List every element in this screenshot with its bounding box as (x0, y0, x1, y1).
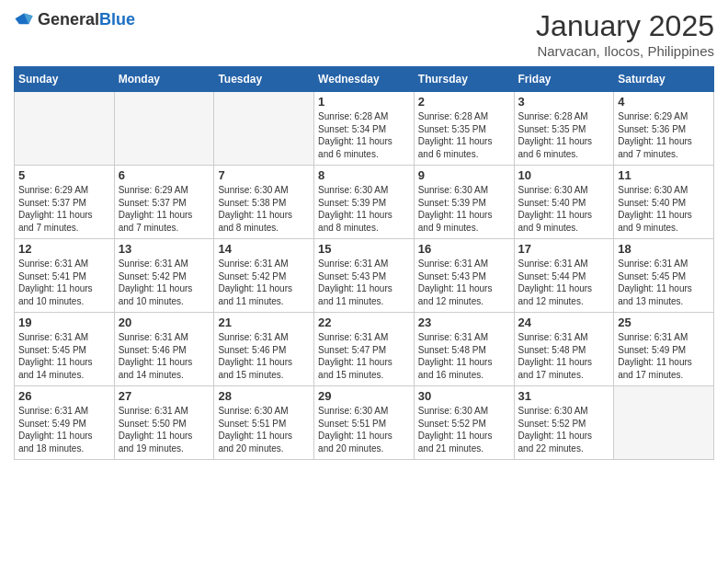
weekday-header-thursday: Thursday (414, 67, 514, 92)
cell-text: Sunrise: 6:30 AMSunset: 5:40 PMDaylight:… (618, 184, 710, 234)
day-number: 26 (18, 389, 110, 403)
day-number: 6 (119, 168, 210, 182)
cell-text: Sunrise: 6:30 AMSunset: 5:40 PMDaylight:… (518, 184, 610, 234)
day-number: 22 (318, 316, 410, 329)
calendar-cell: 2Sunrise: 6:28 AMSunset: 5:35 PMDaylight… (414, 92, 514, 166)
calendar-cell (214, 92, 314, 166)
weekday-header-monday: Monday (114, 67, 214, 92)
day-number: 20 (119, 316, 210, 329)
day-number: 24 (518, 316, 610, 329)
cell-text: Sunrise: 6:31 AMSunset: 5:42 PMDaylight:… (119, 258, 210, 307)
calendar-cell: 10Sunrise: 6:30 AMSunset: 5:40 PMDayligh… (514, 166, 614, 239)
day-number: 21 (218, 316, 310, 329)
calendar-cell: 20Sunrise: 6:31 AMSunset: 5:46 PMDayligh… (114, 313, 214, 386)
week-row-2: 5Sunrise: 6:29 AMSunset: 5:37 PMDaylight… (15, 166, 714, 239)
day-number: 17 (518, 242, 610, 256)
day-number: 30 (418, 389, 510, 403)
weekday-header-saturday: Saturday (614, 67, 714, 92)
cell-text: Sunrise: 6:28 AMSunset: 5:34 PMDaylight:… (318, 110, 410, 160)
cell-text: Sunrise: 6:31 AMSunset: 5:48 PMDaylight:… (518, 331, 610, 381)
calendar-cell: 14Sunrise: 6:31 AMSunset: 5:42 PMDayligh… (214, 239, 314, 313)
calendar-cell: 5Sunrise: 6:29 AMSunset: 5:37 PMDaylight… (15, 166, 115, 239)
day-number: 3 (518, 95, 610, 109)
page-header: GeneralBlue January 2025 Narvacan, Iloco… (14, 9, 714, 59)
calendar-cell: 11Sunrise: 6:30 AMSunset: 5:40 PMDayligh… (614, 166, 714, 239)
cell-text: Sunrise: 6:30 AMSunset: 5:38 PMDaylight:… (218, 184, 310, 234)
calendar-cell (15, 92, 115, 166)
logo-general-text: General (38, 10, 99, 29)
cell-text: Sunrise: 6:30 AMSunset: 5:39 PMDaylight:… (318, 184, 410, 234)
cell-text: Sunrise: 6:28 AMSunset: 5:35 PMDaylight:… (518, 110, 610, 160)
day-number: 7 (218, 168, 310, 182)
calendar-cell: 24Sunrise: 6:31 AMSunset: 5:48 PMDayligh… (514, 313, 614, 386)
week-row-3: 12Sunrise: 6:31 AMSunset: 5:41 PMDayligh… (15, 239, 714, 313)
cell-text: Sunrise: 6:31 AMSunset: 5:44 PMDaylight:… (518, 258, 610, 307)
weekday-header-tuesday: Tuesday (214, 67, 314, 92)
day-number: 15 (318, 242, 410, 256)
calendar-cell: 27Sunrise: 6:31 AMSunset: 5:50 PMDayligh… (114, 386, 214, 460)
day-number: 9 (418, 168, 510, 182)
calendar-cell: 28Sunrise: 6:30 AMSunset: 5:51 PMDayligh… (214, 386, 314, 460)
day-number: 12 (18, 242, 110, 256)
cell-text: Sunrise: 6:29 AMSunset: 5:37 PMDaylight:… (18, 184, 110, 234)
cell-text: Sunrise: 6:29 AMSunset: 5:37 PMDaylight:… (119, 184, 210, 234)
day-number: 28 (218, 389, 310, 403)
day-number: 5 (18, 168, 110, 182)
calendar-cell (614, 386, 714, 460)
cell-text: Sunrise: 6:31 AMSunset: 5:49 PMDaylight:… (18, 405, 110, 454)
day-number: 31 (518, 389, 610, 403)
weekday-header-wednesday: Wednesday (314, 67, 415, 92)
cell-text: Sunrise: 6:31 AMSunset: 5:45 PMDaylight:… (18, 331, 110, 381)
cell-text: Sunrise: 6:31 AMSunset: 5:41 PMDaylight:… (18, 258, 110, 307)
calendar-cell: 17Sunrise: 6:31 AMSunset: 5:44 PMDayligh… (514, 239, 614, 313)
cell-text: Sunrise: 6:31 AMSunset: 5:42 PMDaylight:… (218, 258, 310, 307)
day-number: 16 (418, 242, 510, 256)
cell-text: Sunrise: 6:30 AMSunset: 5:51 PMDaylight:… (318, 405, 410, 454)
calendar-cell: 8Sunrise: 6:30 AMSunset: 5:39 PMDaylight… (314, 166, 415, 239)
logo-icon (14, 9, 34, 29)
day-number: 18 (618, 242, 710, 256)
calendar-cell: 23Sunrise: 6:31 AMSunset: 5:48 PMDayligh… (414, 313, 514, 386)
day-number: 19 (18, 316, 110, 329)
day-number: 13 (119, 242, 210, 256)
calendar-cell (114, 92, 214, 166)
day-number: 2 (418, 95, 510, 109)
calendar-cell: 21Sunrise: 6:31 AMSunset: 5:46 PMDayligh… (214, 313, 314, 386)
weekday-header-sunday: Sunday (15, 67, 115, 92)
day-number: 29 (318, 389, 410, 403)
cell-text: Sunrise: 6:30 AMSunset: 5:51 PMDaylight:… (218, 405, 310, 454)
calendar-cell: 1Sunrise: 6:28 AMSunset: 5:34 PMDaylight… (314, 92, 415, 166)
cell-text: Sunrise: 6:31 AMSunset: 5:43 PMDaylight:… (418, 258, 510, 307)
cell-text: Sunrise: 6:31 AMSunset: 5:50 PMDaylight:… (119, 405, 210, 454)
day-number: 4 (618, 95, 710, 109)
calendar-cell: 26Sunrise: 6:31 AMSunset: 5:49 PMDayligh… (15, 386, 115, 460)
week-row-1: 1Sunrise: 6:28 AMSunset: 5:34 PMDaylight… (15, 92, 714, 166)
logo-blue-text: Blue (99, 10, 135, 29)
day-number: 27 (119, 389, 210, 403)
cell-text: Sunrise: 6:31 AMSunset: 5:46 PMDaylight:… (119, 331, 210, 381)
calendar-cell: 30Sunrise: 6:30 AMSunset: 5:52 PMDayligh… (414, 386, 514, 460)
logo: GeneralBlue (14, 9, 135, 29)
weekday-header-row: SundayMondayTuesdayWednesdayThursdayFrid… (15, 67, 714, 92)
cell-text: Sunrise: 6:31 AMSunset: 5:46 PMDaylight:… (218, 331, 310, 381)
cell-text: Sunrise: 6:30 AMSunset: 5:39 PMDaylight:… (418, 184, 510, 234)
day-number: 1 (318, 95, 410, 109)
calendar-cell: 22Sunrise: 6:31 AMSunset: 5:47 PMDayligh… (314, 313, 415, 386)
cell-text: Sunrise: 6:31 AMSunset: 5:48 PMDaylight:… (418, 331, 510, 381)
cell-text: Sunrise: 6:30 AMSunset: 5:52 PMDaylight:… (518, 405, 610, 454)
calendar-table: SundayMondayTuesdayWednesdayThursdayFrid… (14, 66, 714, 460)
day-number: 11 (618, 168, 710, 182)
calendar-cell: 19Sunrise: 6:31 AMSunset: 5:45 PMDayligh… (15, 313, 115, 386)
calendar-cell: 25Sunrise: 6:31 AMSunset: 5:49 PMDayligh… (614, 313, 714, 386)
day-number: 25 (618, 316, 710, 329)
cell-text: Sunrise: 6:31 AMSunset: 5:47 PMDaylight:… (318, 331, 410, 381)
day-number: 8 (318, 168, 410, 182)
month-title: January 2025 (536, 9, 714, 43)
calendar-cell: 15Sunrise: 6:31 AMSunset: 5:43 PMDayligh… (314, 239, 415, 313)
calendar-cell: 13Sunrise: 6:31 AMSunset: 5:42 PMDayligh… (114, 239, 214, 313)
calendar-cell: 4Sunrise: 6:29 AMSunset: 5:36 PMDaylight… (614, 92, 714, 166)
cell-text: Sunrise: 6:30 AMSunset: 5:52 PMDaylight:… (418, 405, 510, 454)
calendar-cell: 16Sunrise: 6:31 AMSunset: 5:43 PMDayligh… (414, 239, 514, 313)
day-number: 23 (418, 316, 510, 329)
calendar-cell: 7Sunrise: 6:30 AMSunset: 5:38 PMDaylight… (214, 166, 314, 239)
